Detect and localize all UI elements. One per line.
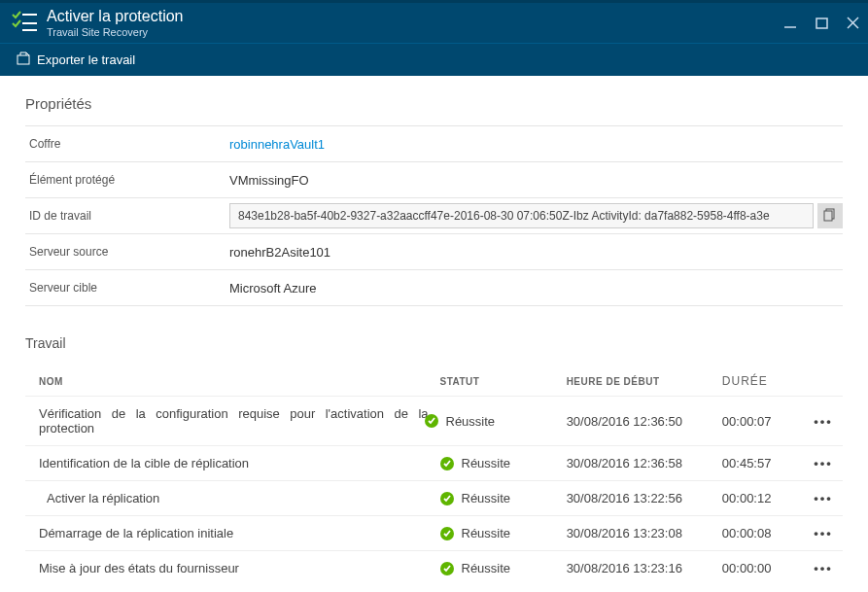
success-icon [440, 457, 454, 470]
table-row[interactable]: Activer la réplicationRéussite30/08/2016… [25, 481, 843, 516]
jobs-heading: Travail [25, 335, 843, 351]
jobs-table: NOM STATUT HEURE DE DÉBUT DURÉE Vérifica… [25, 366, 843, 585]
ellipsis-icon: ••• [814, 456, 833, 470]
svg-rect-9 [824, 211, 832, 221]
job-name: Activer la réplication [25, 481, 434, 516]
ellipsis-icon: ••• [814, 561, 833, 575]
export-job-button[interactable]: Exporter le travail [16, 51, 135, 69]
col-duration[interactable]: DURÉE [716, 366, 804, 397]
job-duration: 00:45:57 [716, 446, 804, 481]
job-start-time: 30/08/2016 12:36:58 [561, 446, 716, 481]
job-duration: 00:00:12 [716, 481, 804, 516]
col-name[interactable]: NOM [25, 366, 434, 397]
copy-button[interactable] [817, 203, 843, 228]
job-duration: 00:00:07 [716, 397, 804, 446]
job-start-time: 30/08/2016 13:23:16 [561, 551, 716, 586]
job-name: Démarrage de la réplication initiale [25, 516, 434, 551]
job-duration: 00:00:00 [716, 551, 804, 586]
job-start-time: 30/08/2016 13:23:08 [561, 516, 716, 551]
ellipsis-icon: ••• [814, 526, 833, 540]
properties-table: Coffre robinnehraVault1 Élément protégé … [25, 125, 843, 306]
prop-label-protected: Élément protégé [25, 173, 229, 187]
row-menu-button[interactable]: ••• [804, 551, 843, 586]
ellipsis-icon: ••• [814, 491, 833, 505]
job-name: Mise à jour des états du fournisseur [25, 551, 434, 586]
row-menu-button[interactable]: ••• [804, 397, 843, 446]
prop-value-source: ronehrB2Asite101 [229, 245, 843, 260]
ellipsis-icon: ••• [814, 414, 833, 429]
prop-label-vault: Coffre [25, 137, 229, 151]
export-label: Exporter le travail [37, 52, 135, 67]
job-status: Réussite [434, 551, 561, 586]
table-row[interactable]: Démarrage de la réplication initialeRéus… [25, 516, 843, 551]
job-status: Réussite [434, 481, 561, 516]
col-start[interactable]: HEURE DE DÉBUT [561, 366, 716, 397]
checklist-icon [12, 11, 37, 35]
prop-label-jobid: ID de travail [25, 209, 229, 223]
copy-icon [823, 208, 837, 225]
success-icon [440, 527, 454, 540]
col-status[interactable]: STATUT [434, 366, 561, 397]
success-icon [440, 562, 454, 575]
table-row[interactable]: Identification de la cible de réplicatio… [25, 446, 843, 481]
svg-rect-4 [816, 18, 827, 28]
maximize-button[interactable] [816, 17, 829, 33]
job-id-field[interactable] [229, 203, 814, 228]
success-icon [440, 492, 454, 505]
window-subtitle: Travail Site Recovery [47, 26, 184, 39]
title-bar: Activer la protection Travail Site Recov… [0, 0, 868, 43]
job-start-time: 30/08/2016 13:22:56 [561, 481, 716, 516]
prop-value-target: Microsoft Azure [229, 281, 843, 296]
prop-label-target: Serveur cible [25, 281, 229, 295]
svg-rect-7 [17, 55, 29, 64]
row-menu-button[interactable]: ••• [804, 446, 843, 481]
row-menu-button[interactable]: ••• [804, 516, 843, 551]
vault-link[interactable]: robinnehraVault1 [229, 137, 325, 152]
export-icon [16, 51, 31, 69]
window-title: Activer la protection [47, 7, 184, 25]
job-start-time: 30/08/2016 12:36:50 [561, 397, 716, 446]
minimize-button[interactable] [784, 17, 798, 33]
table-row[interactable]: Vérification de la configuration requise… [25, 397, 843, 446]
job-status: Réussite [434, 516, 561, 551]
prop-label-source: Serveur source [25, 245, 229, 259]
close-button[interactable] [847, 17, 860, 33]
row-menu-button[interactable]: ••• [804, 481, 843, 516]
prop-value-protected: VMmissingFO [229, 173, 843, 188]
toolbar: Exporter le travail [0, 43, 868, 76]
job-status: Réussite [434, 446, 561, 481]
table-row[interactable]: Mise à jour des états du fournisseurRéus… [25, 551, 843, 586]
job-name: Identification de la cible de réplicatio… [25, 446, 434, 481]
job-name: Vérification de la configuration requise… [25, 397, 434, 446]
job-status: Réussite [434, 397, 561, 446]
job-duration: 00:00:08 [716, 516, 804, 551]
success-icon [425, 414, 438, 428]
properties-heading: Propriétés [25, 95, 843, 112]
